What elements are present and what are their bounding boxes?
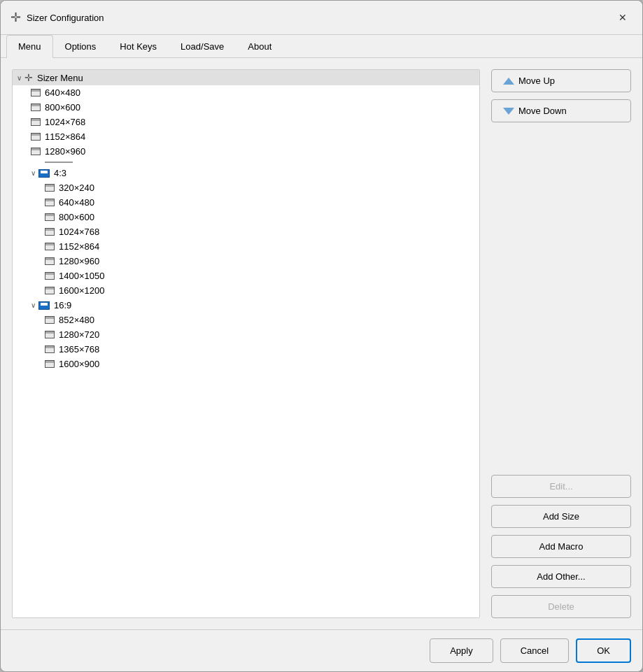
root-drag-icon: ✛: [24, 72, 33, 83]
list-item[interactable]: 1280×960: [13, 254, 479, 269]
item-label: 852×480: [59, 315, 94, 325]
list-item[interactable]: 1600×1200: [13, 283, 479, 298]
title-bar: ✛ Sizer Configuration ✕: [1, 1, 642, 35]
dialog-title: Sizer Configuration: [27, 13, 104, 23]
side-panel: Move Up Move Down Edit... Add Size Add M…: [491, 69, 631, 618]
tab-menu[interactable]: Menu: [6, 35, 53, 58]
size-icon: [45, 287, 55, 294]
list-item[interactable]: ∨ 16:9: [13, 298, 479, 313]
size-icon: [31, 89, 41, 96]
content-area: ∨ ✛ Sizer Menu 640×480 800×600 1024×768: [1, 58, 642, 629]
delete-button[interactable]: Delete: [491, 595, 631, 618]
list-item[interactable]: 1024×768: [13, 115, 479, 129]
size-icon: [45, 331, 55, 338]
item-label: 1280×960: [59, 256, 99, 266]
size-icon: [31, 148, 41, 155]
list-item[interactable]: 800×600: [13, 210, 479, 224]
add-size-label: Add Size: [543, 511, 579, 522]
list-item[interactable]: [13, 159, 479, 166]
item-label: 1152×864: [45, 131, 85, 142]
list-item[interactable]: 320×240: [13, 180, 479, 195]
list-item[interactable]: 1600×900: [13, 357, 479, 371]
move-up-label: Move Up: [518, 76, 555, 86]
tab-hotkeys[interactable]: Hot Keys: [108, 35, 169, 58]
size-icon: [31, 133, 41, 141]
list-item[interactable]: ∨ 4:3: [13, 166, 479, 180]
size-icon: [45, 184, 55, 192]
size-icon: [31, 103, 41, 111]
item-label: 4:3: [54, 168, 66, 178]
tree-panel[interactable]: ∨ ✛ Sizer Menu 640×480 800×600 1024×768: [12, 69, 480, 618]
down-arrow-icon: [503, 108, 514, 115]
add-size-button[interactable]: Add Size: [491, 505, 631, 528]
list-item[interactable]: 640×480: [13, 85, 479, 100]
edit-label: Edit...: [549, 481, 572, 492]
separator-line: [45, 162, 73, 163]
list-item[interactable]: 1024×768: [13, 224, 479, 239]
group-icon: [38, 169, 50, 178]
list-item[interactable]: 1365×768: [13, 342, 479, 357]
item-label: 1280×960: [45, 146, 85, 157]
tab-bar: Menu Options Hot Keys Load/Save About: [1, 35, 642, 58]
size-icon: [45, 360, 55, 368]
item-label: 640×480: [45, 87, 80, 98]
list-item[interactable]: 1280×960: [13, 144, 479, 159]
move-down-label: Move Down: [518, 106, 567, 116]
add-macro-button[interactable]: Add Macro: [491, 535, 631, 558]
item-label: 800×600: [45, 102, 80, 113]
item-label: 1600×1200: [59, 285, 104, 296]
item-label: 1152×864: [59, 241, 99, 252]
move-down-button[interactable]: Move Down: [491, 99, 631, 122]
item-label: 1400×1050: [59, 271, 104, 281]
edit-button[interactable]: Edit...: [491, 475, 631, 498]
ok-button[interactable]: OK: [576, 638, 631, 663]
item-label: 640×480: [59, 197, 94, 208]
root-label: Sizer Menu: [37, 73, 83, 83]
move-up-button[interactable]: Move Up: [491, 69, 631, 92]
add-macro-label: Add Macro: [539, 541, 584, 552]
list-item[interactable]: 1152×864: [13, 129, 479, 144]
group-icon: [38, 301, 50, 310]
delete-label: Delete: [548, 601, 574, 612]
item-label: 1280×720: [59, 329, 99, 340]
size-icon: [45, 213, 55, 221]
list-item[interactable]: 852×480: [13, 313, 479, 327]
size-icon: [45, 199, 55, 206]
footer: Apply Cancel OK: [1, 629, 642, 671]
item-label: 1024×768: [59, 227, 99, 237]
size-icon: [45, 228, 55, 236]
size-icon: [45, 243, 55, 250]
item-label: 1365×768: [59, 344, 99, 355]
size-icon: [45, 272, 55, 280]
item-label: 320×240: [59, 183, 94, 193]
close-button[interactable]: ✕: [613, 8, 633, 27]
tree-root[interactable]: ∨ ✛ Sizer Menu: [13, 70, 479, 85]
item-label: 1600×900: [59, 359, 99, 369]
cancel-button[interactable]: Cancel: [500, 638, 569, 663]
apply-button[interactable]: Apply: [430, 638, 493, 663]
list-item[interactable]: 1280×720: [13, 327, 479, 342]
group-chevron: ∨: [31, 301, 36, 309]
tab-about[interactable]: About: [236, 35, 283, 58]
item-label: 1024×768: [45, 117, 85, 127]
up-arrow-icon: [503, 78, 514, 85]
list-item[interactable]: 1400×1050: [13, 269, 479, 283]
size-icon: [45, 345, 55, 353]
tab-options[interactable]: Options: [53, 35, 108, 58]
add-other-button[interactable]: Add Other...: [491, 565, 631, 588]
size-icon: [45, 257, 55, 265]
dialog: ✛ Sizer Configuration ✕ Menu Options Hot…: [0, 0, 643, 672]
root-chevron: ∨: [17, 74, 22, 82]
add-other-label: Add Other...: [537, 571, 585, 582]
list-item[interactable]: 640×480: [13, 195, 479, 210]
item-label: 800×600: [59, 212, 94, 222]
list-item[interactable]: 800×600: [13, 100, 479, 115]
size-icon: [45, 316, 55, 324]
size-icon: [31, 118, 41, 126]
title-icon: ✛: [10, 10, 21, 25]
tab-loadsave[interactable]: Load/Save: [169, 35, 236, 58]
list-item[interactable]: 1152×864: [13, 239, 479, 254]
group-chevron: ∨: [31, 169, 36, 177]
item-label: 16:9: [54, 300, 71, 310]
